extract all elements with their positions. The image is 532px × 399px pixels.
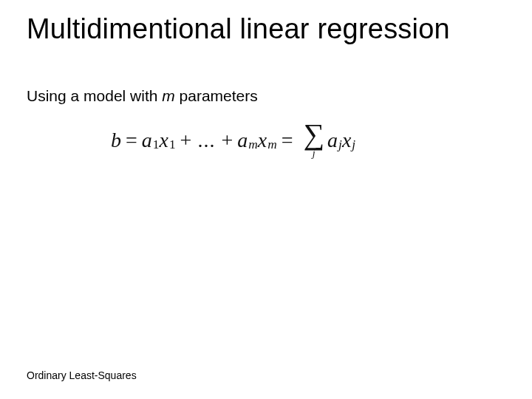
eq-xm-sub: m — [267, 137, 277, 152]
eq-xj-x: x — [342, 129, 351, 152]
eq-dots: ... — [196, 129, 216, 152]
eq-am-a: a — [237, 129, 248, 152]
eq-sum-index: j — [313, 149, 316, 159]
eq-x1-x: x — [159, 129, 168, 152]
eq-a1-a: a — [142, 129, 152, 152]
sigma-icon: ∑ — [304, 122, 325, 147]
eq-plus-2: + — [216, 129, 237, 152]
eq-aj-sub: j — [338, 137, 342, 152]
eq-am-sub: m — [248, 137, 258, 152]
eq-x1-sub: 1 — [168, 137, 176, 152]
eq-xj-sub: j — [351, 137, 355, 152]
slide-subtitle: Using a model with m parameters — [27, 87, 258, 105]
subtitle-pre: Using a model with — [27, 87, 162, 104]
eq-aj-a: a — [327, 129, 338, 152]
eq-plus-1: + — [176, 129, 197, 152]
subtitle-var-m: m — [162, 87, 175, 104]
eq-equals-1: = — [121, 129, 142, 152]
eq-sum: ∑ j — [304, 122, 325, 159]
eq-a1-sub: 1 — [152, 137, 160, 152]
footer-text: Ordinary Least-Squares — [27, 369, 137, 381]
equation-line: b = a1 x1 + ... + am xm = ∑ j aj xj — [111, 122, 429, 159]
eq-equals-2: = — [277, 129, 298, 152]
slide-title: Multidimentional linear regression — [27, 13, 450, 45]
eq-xm-x: x — [258, 129, 267, 152]
eq-b: b — [111, 129, 121, 152]
equation: b = a1 x1 + ... + am xm = ∑ j aj xj — [111, 122, 429, 159]
subtitle-post: parameters — [175, 87, 258, 104]
slide: Multidimentional linear regression Using… — [0, 0, 532, 399]
